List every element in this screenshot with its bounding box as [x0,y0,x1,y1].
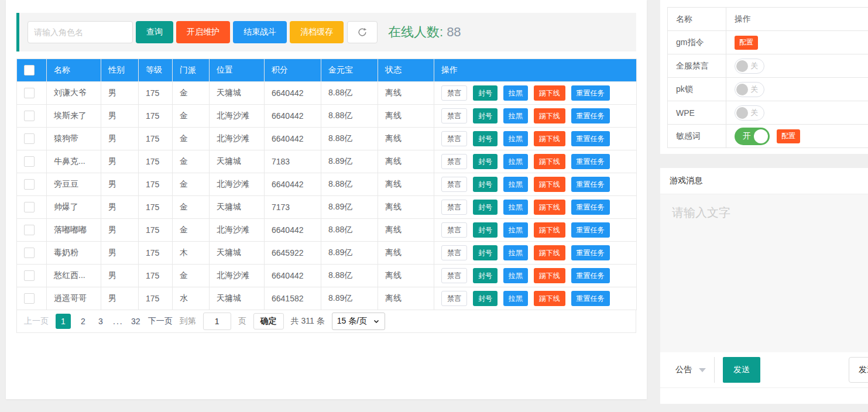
row-checkbox[interactable] [24,202,35,212]
ban-button[interactable]: 封号 [473,154,498,169]
kick-button[interactable]: 踢下线 [534,268,565,283]
mute-button[interactable]: 禁言 [441,222,467,238]
reset-task-button[interactable]: 重置任务 [571,200,610,215]
cell-gold: 8.88亿 [321,173,378,196]
kick-button[interactable]: 踢下线 [534,177,565,192]
row-checkbox[interactable] [24,111,35,121]
mute-button[interactable]: 禁言 [441,268,467,283]
goto-page-input[interactable] [203,313,231,330]
ban-button[interactable]: 封号 [473,108,498,123]
message-textarea[interactable] [660,194,868,352]
page-size-select[interactable]: 15 条/页 [332,313,385,330]
blacklist-button[interactable]: 拉黑 [503,131,528,146]
cell-name: 愁红西... [47,265,101,287]
sensitive-words-toggle[interactable]: 开 [735,128,770,145]
reset-task-button[interactable]: 重置任务 [571,177,610,192]
send-button-secondary[interactable]: 发送 [849,357,868,383]
cell-score: 6640442 [265,82,321,105]
blacklist-button[interactable]: 拉黑 [503,85,528,101]
end-battle-button[interactable]: 结束战斗 [233,21,287,43]
ban-button[interactable]: 封号 [473,177,498,192]
blacklist-button[interactable]: 拉黑 [503,177,528,192]
kick-button[interactable]: 踢下线 [534,222,565,238]
clear-cache-button[interactable]: 清档缓存 [290,21,344,43]
blacklist-button[interactable]: 拉黑 [503,200,528,215]
cell-actions: 禁言 封号 拉黑 踢下线 重置任务 [434,242,637,265]
reset-task-button[interactable]: 重置任务 [571,291,610,306]
global-mute-toggle[interactable]: 关 [735,59,764,74]
blacklist-button[interactable]: 拉黑 [503,222,528,238]
page-button-3[interactable]: 3 [95,317,106,326]
cell-name: 牛鼻克... [47,150,101,173]
select-all-checkbox[interactable] [24,65,35,75]
header-action: 操作 [434,59,637,82]
blacklist-button[interactable]: 拉黑 [503,245,528,260]
row-checkbox[interactable] [24,248,35,258]
mute-button[interactable]: 禁言 [441,177,467,192]
send-button[interactable]: 发送 [723,357,760,383]
next-page-button[interactable]: 下一页 [148,316,173,327]
gm-config-button[interactable]: 配置 [735,36,758,50]
kick-button[interactable]: 踢下线 [534,154,565,169]
page-button-1[interactable]: 1 [56,314,71,329]
ban-button[interactable]: 封号 [473,245,498,260]
kick-button[interactable]: 踢下线 [534,245,565,260]
row-checkbox[interactable] [24,133,35,144]
reset-task-button[interactable]: 重置任务 [571,222,610,238]
confirm-page-button[interactable]: 确定 [253,313,284,329]
cell-sect: 金 [173,82,210,105]
pk-lock-toggle[interactable]: 关 [735,82,764,97]
mute-button[interactable]: 禁言 [441,245,467,260]
blacklist-button[interactable]: 拉黑 [503,291,528,306]
ban-button[interactable]: 封号 [473,291,498,306]
cell-gold: 8.89亿 [321,287,378,310]
mute-button[interactable]: 禁言 [441,85,467,101]
page-button-32[interactable]: 32 [131,317,141,326]
ban-button[interactable]: 封号 [473,131,498,146]
mute-button[interactable]: 禁言 [441,154,467,169]
kick-button[interactable]: 踢下线 [534,291,565,306]
search-input[interactable] [28,21,133,43]
row-checkbox[interactable] [24,156,35,167]
reset-task-button[interactable]: 重置任务 [571,131,610,146]
reset-task-button[interactable]: 重置任务 [571,245,610,260]
channel-select[interactable]: 公告 [667,357,715,383]
blacklist-button[interactable]: 拉黑 [503,108,528,123]
table-row: 毒奶粉 男 175 木 天墉城 6645922 8.89亿 离线 禁言 封号 拉… [17,242,637,265]
blacklist-button[interactable]: 拉黑 [503,268,528,283]
kick-button[interactable]: 踢下线 [534,85,565,101]
mute-button[interactable]: 禁言 [441,291,467,306]
reset-task-button[interactable]: 重置任务 [571,108,610,123]
ban-button[interactable]: 封号 [473,200,498,215]
ban-button[interactable]: 封号 [473,222,498,238]
refresh-button[interactable] [347,21,378,43]
open-maintenance-button[interactable]: 开启维护 [176,21,230,43]
reset-task-button[interactable]: 重置任务 [571,85,610,101]
game-message-panel: 游戏消息 公告 发送 发送 [660,168,868,404]
cell-name: 毒奶粉 [47,242,101,265]
prev-page-button[interactable]: 上一页 [24,316,49,327]
sensitive-words-config-button[interactable]: 配置 [777,129,800,143]
mute-button[interactable]: 禁言 [441,200,467,215]
blacklist-button[interactable]: 拉黑 [503,154,528,169]
kick-button[interactable]: 踢下线 [534,200,565,215]
cell-gender: 男 [101,173,139,196]
ban-button[interactable]: 封号 [473,85,498,101]
query-button[interactable]: 查询 [136,21,173,43]
mute-button[interactable]: 禁言 [441,108,467,123]
reset-task-button[interactable]: 重置任务 [571,154,610,169]
cell-location: 天墉城 [210,82,265,105]
row-checkbox[interactable] [24,293,35,304]
kick-button[interactable]: 踢下线 [534,108,565,123]
header-level: 等级 [139,59,173,82]
reset-task-button[interactable]: 重置任务 [571,268,610,283]
kick-button[interactable]: 踢下线 [534,131,565,146]
ban-button[interactable]: 封号 [473,268,498,283]
wpe-toggle[interactable]: 关 [735,105,764,121]
row-checkbox[interactable] [24,179,35,190]
row-checkbox[interactable] [24,270,35,281]
row-checkbox[interactable] [24,88,35,98]
mute-button[interactable]: 禁言 [441,131,467,146]
row-checkbox[interactable] [24,225,35,235]
page-button-2[interactable]: 2 [78,317,88,326]
